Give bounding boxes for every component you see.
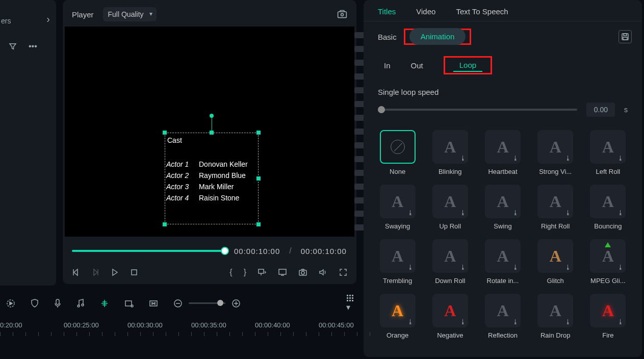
svg-rect-11 xyxy=(624,34,627,36)
preset-item[interactable]: A⭳Strong Vi... xyxy=(532,130,579,177)
chevron-right-icon[interactable]: › xyxy=(46,13,50,25)
preset-item[interactable]: A⭳Swing xyxy=(479,185,526,232)
preset-item[interactable]: A⭳Blinking xyxy=(426,130,474,177)
stop-icon[interactable] xyxy=(130,268,138,276)
crop-icon[interactable] xyxy=(124,299,134,307)
preset-item[interactable]: A⭳Rain Drop xyxy=(532,294,579,341)
preset-item[interactable]: A⭳Left Roll xyxy=(584,130,632,177)
preset-item[interactable]: A⭳Trembling xyxy=(374,239,421,287)
cut-icon[interactable] xyxy=(100,299,109,308)
shield-icon[interactable] xyxy=(31,299,39,308)
preset-item[interactable]: A⭳Up Roll xyxy=(426,185,474,232)
playhead-icon[interactable] xyxy=(6,299,15,308)
highlight-box: Animation xyxy=(404,29,472,45)
speed-label: Single loop speed xyxy=(378,88,628,96)
timeline-panel: ▾ 0:20:0000:00:25:0000:00:30:0000:00:35:… xyxy=(0,288,360,354)
preset-item[interactable]: A⭳Swaying xyxy=(374,185,421,232)
time-separator: / xyxy=(289,246,291,255)
scrub-slider[interactable] xyxy=(72,250,225,252)
speed-value[interactable]: 0.00 xyxy=(586,102,615,117)
preset-label: Trembling xyxy=(383,277,412,285)
aspect-icon[interactable] xyxy=(149,300,158,307)
marker-icon[interactable] xyxy=(257,268,267,276)
player-panel: Player Full Quality Cast Actor 1Donovan … xyxy=(63,0,356,284)
preset-label: Swing xyxy=(494,222,511,230)
preset-item[interactable]: A⭳Fire xyxy=(584,294,632,341)
subtab-animation[interactable]: Animation xyxy=(409,28,466,45)
svg-rect-4 xyxy=(132,270,137,275)
save-preset-icon[interactable] xyxy=(619,30,632,43)
preset-item[interactable]: A⭳Glitch xyxy=(532,239,579,287)
preset-label: Bouncing xyxy=(594,222,622,230)
preset-label: Reflection xyxy=(488,331,518,339)
more-icon[interactable]: ••• xyxy=(29,42,37,51)
timeline-ruler[interactable]: 0:20:0000:00:25:0000:00:30:0000:00:35:00… xyxy=(0,316,360,336)
sidebar-label-fragment: ers xyxy=(1,17,11,25)
svg-rect-21 xyxy=(125,301,132,306)
svg-rect-35 xyxy=(347,300,348,301)
svg-rect-34 xyxy=(352,297,353,299)
tab-text-to-speech[interactable]: Text To Speech xyxy=(456,7,508,16)
mic-icon[interactable] xyxy=(54,299,61,308)
preset-item[interactable]: A⭳MPEG Gli... xyxy=(584,239,632,287)
title-bounding-box[interactable]: Cast Actor 1Donovan Keller Actor 2Raymon… xyxy=(165,133,259,224)
resize-handle[interactable] xyxy=(210,131,214,135)
anim-tab-in[interactable]: In xyxy=(384,61,391,70)
mark-out-icon[interactable]: } xyxy=(244,268,246,277)
step-back-icon[interactable] xyxy=(72,268,80,276)
anim-tab-loop[interactable]: Loop xyxy=(459,61,476,69)
preset-label: Rain Drop xyxy=(540,331,571,339)
tab-titles[interactable]: Titles xyxy=(378,7,396,16)
zoom-in-icon[interactable] xyxy=(231,299,241,308)
properties-panel: Titles Video Text To Speech Basic Animat… xyxy=(364,0,642,357)
quality-select[interactable]: Full Quality xyxy=(103,7,157,21)
play-icon[interactable] xyxy=(111,268,119,276)
speed-slider[interactable] xyxy=(378,109,577,111)
fullscreen-icon[interactable] xyxy=(339,268,347,276)
resize-handle[interactable] xyxy=(256,222,261,226)
ruler-mark: 00:00:35:00 xyxy=(191,321,255,329)
zoom-slider[interactable] xyxy=(189,302,225,304)
display-icon[interactable] xyxy=(278,268,287,276)
subtab-basic[interactable]: Basic xyxy=(378,33,397,41)
mark-in-icon[interactable]: { xyxy=(229,268,232,277)
filter-icon[interactable] xyxy=(8,42,17,51)
svg-rect-14 xyxy=(56,299,59,304)
ruler-mark: 00:00:25:00 xyxy=(64,321,127,329)
resize-handle[interactable] xyxy=(256,176,261,181)
step-forward-icon[interactable] xyxy=(91,268,99,276)
preset-item[interactable]: A⭳Down Roll xyxy=(426,239,474,287)
preset-item[interactable]: A⭳Reflection xyxy=(479,294,526,341)
preset-item[interactable]: A⭳Bouncing xyxy=(584,185,632,232)
music-icon[interactable] xyxy=(76,299,85,308)
ruler-mark: 00:00:45:00 xyxy=(319,321,382,329)
tab-video[interactable]: Video xyxy=(416,7,435,16)
preset-item[interactable]: A⭳Rotate in... xyxy=(479,239,526,287)
svg-rect-12 xyxy=(623,37,627,40)
preview-viewport[interactable]: Cast Actor 1Donovan Keller Actor 2Raymon… xyxy=(65,27,354,237)
resize-handle[interactable] xyxy=(163,222,167,226)
time-current: 00:00:10:00 xyxy=(234,247,280,255)
camera-icon[interactable] xyxy=(298,268,307,276)
svg-rect-36 xyxy=(349,300,351,301)
anim-tab-out[interactable]: Out xyxy=(411,61,423,70)
volume-icon[interactable] xyxy=(319,268,328,276)
svg-rect-32 xyxy=(347,297,348,299)
svg-rect-37 xyxy=(352,300,353,301)
preset-item[interactable]: A⭳Right Roll xyxy=(532,185,579,232)
zoom-out-icon[interactable] xyxy=(173,299,183,308)
resize-handle[interactable] xyxy=(163,131,167,135)
preset-label: Up Roll xyxy=(439,222,461,230)
preset-label: Orange xyxy=(387,331,408,339)
svg-rect-33 xyxy=(349,297,351,299)
snapshot-icon[interactable] xyxy=(337,10,347,19)
preset-item[interactable]: None xyxy=(374,130,421,177)
preset-label: Right Roll xyxy=(541,222,570,230)
time-total: 00:00:10:00 xyxy=(301,247,347,255)
resize-handle[interactable] xyxy=(256,131,261,135)
svg-rect-6 xyxy=(279,269,286,274)
svg-rect-30 xyxy=(349,295,351,296)
preset-item[interactable]: A⭳Negative xyxy=(426,294,474,341)
grid-view-icon[interactable]: ▾ xyxy=(346,294,354,312)
preset-item[interactable]: A⭳Heartbeat xyxy=(479,130,526,177)
